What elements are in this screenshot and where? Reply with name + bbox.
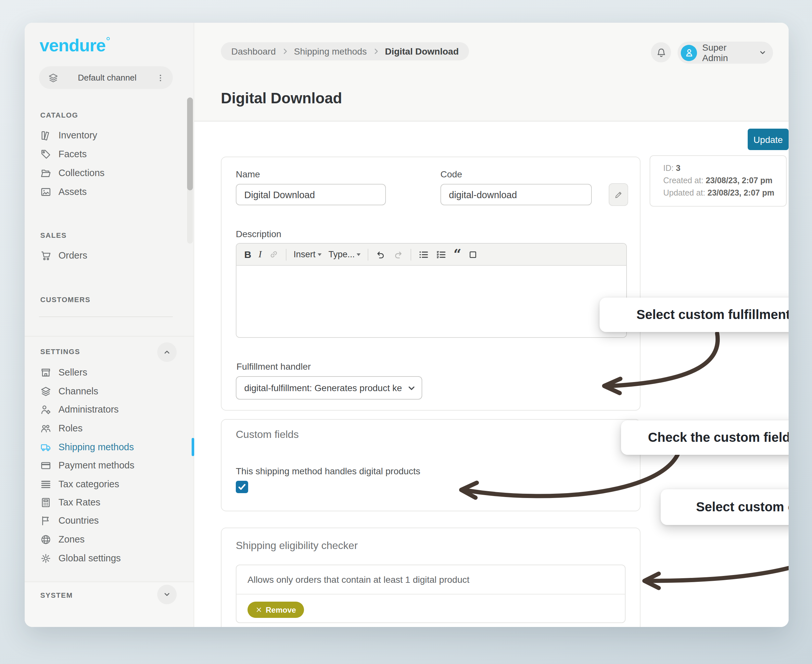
callout-fulfillment: Select custom fulfillment handler — [600, 298, 789, 332]
redo-icon — [393, 249, 404, 260]
dots-vertical-icon[interactable] — [156, 73, 165, 82]
code-label: Code — [441, 169, 462, 179]
fulfillment-handler-select[interactable]: digital-fulfillment: Generates product k… — [236, 376, 422, 400]
callout-eligibility: Select custom eligibility checker — [661, 489, 789, 525]
meta-id: ID: 3 — [663, 163, 786, 175]
user-menu[interactable]: Super Admin — [677, 42, 773, 63]
breadcrumb-shipping-methods[interactable]: Shipping methods — [294, 46, 367, 57]
insert-menu-button[interactable]: Insert — [294, 249, 322, 259]
sidebar-item-tax-categories[interactable]: Tax categories — [25, 475, 194, 493]
credit-card-icon — [40, 460, 51, 471]
digital-products-checkbox[interactable] — [236, 481, 248, 493]
custom-fields-title: Custom fields — [236, 429, 299, 441]
sidebar-item-channels[interactable]: Channels — [25, 382, 194, 400]
callout-custom-field: Check the custom field — [621, 420, 789, 455]
vendure-logo: vendure — [40, 36, 109, 56]
description-label: Description — [236, 229, 281, 239]
sidebar-item-sellers[interactable]: Sellers — [25, 363, 194, 381]
expand-system-button[interactable] — [157, 585, 177, 604]
meta-created: Created at: 23/08/23, 2:07 pm — [663, 175, 786, 187]
undo-icon — [376, 249, 386, 260]
bullet-list-button[interactable] — [418, 249, 429, 260]
name-input[interactable] — [236, 184, 386, 205]
chevron-down-icon — [407, 384, 416, 392]
divider — [368, 249, 368, 260]
fulfillment-handler-label: Fulfillment handler — [236, 361, 311, 372]
edit-code-button[interactable] — [609, 183, 628, 206]
sidebar-item-countries[interactable]: Countries — [25, 511, 194, 529]
layers-icon — [48, 72, 59, 83]
storefront-icon — [40, 367, 51, 378]
channel-switcher[interactable]: Default channel — [39, 66, 173, 89]
check-icon — [237, 482, 247, 492]
remove-checker-button[interactable]: Remove — [247, 602, 304, 618]
rich-text-editor: B I Insert Type... “ — [236, 243, 627, 338]
notifications-button[interactable] — [651, 42, 671, 62]
collapse-settings-button[interactable] — [157, 342, 177, 362]
sidebar-item-administrators[interactable]: Administrators — [25, 400, 194, 418]
sidebar-item-payment-methods[interactable]: Payment methods — [25, 456, 194, 474]
meta-updated: Updated at: 23/08/23, 2:07 pm — [663, 187, 786, 199]
redo-button[interactable] — [393, 249, 404, 260]
detail-card: Name Code Description B I Insert Type... — [221, 156, 641, 411]
sidebar-item-orders[interactable]: Orders — [25, 246, 194, 264]
code-block-button[interactable] — [469, 250, 477, 259]
update-button[interactable]: Update — [748, 129, 789, 150]
divider — [410, 249, 411, 260]
eligibility-checker-title: Shipping eligibility checker — [236, 540, 358, 552]
custom-fields-card: Custom fields This shipping method handl… — [221, 419, 641, 511]
caret-down-icon — [317, 253, 321, 256]
sidebar-item-global-settings[interactable]: Global settings — [25, 549, 194, 567]
logo-trademark-dot — [106, 37, 109, 40]
code-input[interactable] — [441, 184, 592, 205]
breadcrumb-dashboard[interactable]: Dashboard — [231, 46, 276, 57]
name-label: Name — [236, 169, 260, 179]
sidebar-item-facets[interactable]: Facets — [25, 145, 194, 163]
sidebar-item-shipping-methods[interactable]: Shipping methods — [25, 438, 194, 456]
cart-icon — [40, 250, 51, 261]
chevron-up-icon — [163, 348, 171, 356]
undo-button[interactable] — [376, 249, 386, 260]
desktop-background: vendure Default channel CATALOG Inventor… — [0, 0, 812, 664]
close-icon — [255, 606, 262, 614]
sidebar-item-roles[interactable]: Roles — [25, 419, 194, 437]
sidebar-scrollbar[interactable] — [187, 98, 193, 244]
gear-icon — [40, 553, 51, 564]
link-icon — [269, 249, 279, 259]
type-menu-button[interactable]: Type... — [329, 249, 361, 259]
channel-label: Default channel — [59, 73, 156, 83]
sidebar-item-assets[interactable]: Assets — [25, 182, 194, 201]
divider — [25, 336, 194, 337]
checker-description: Allows only orders that contain at least… — [236, 565, 625, 594]
sidebar-item-collections[interactable]: Collections — [25, 164, 194, 182]
page-title: Digital Download — [221, 90, 342, 107]
ordered-list-button[interactable] — [436, 249, 446, 260]
caret-down-icon — [356, 253, 361, 256]
bold-button[interactable]: B — [244, 249, 251, 260]
scrollbar-thumb[interactable] — [187, 98, 193, 190]
italic-button[interactable]: I — [259, 249, 262, 260]
person-icon — [684, 47, 694, 58]
eligibility-checker-card: Shipping eligibility checker Allows only… — [221, 527, 641, 627]
layers-icon — [40, 386, 51, 397]
chevron-right-icon — [281, 47, 289, 55]
avatar — [681, 44, 697, 61]
app-window: vendure Default channel CATALOG Inventor… — [25, 23, 789, 627]
users-icon — [40, 423, 51, 434]
link-button[interactable] — [269, 249, 279, 259]
active-item-indicator — [192, 438, 194, 456]
section-title-system: SYSTEM — [40, 590, 73, 601]
bullet-list-icon — [418, 249, 429, 260]
sidebar-item-inventory[interactable]: Inventory — [25, 126, 194, 144]
tag-icon — [40, 148, 51, 159]
editor-body[interactable] — [236, 266, 626, 338]
breadcrumb-current: Digital Download — [385, 46, 459, 57]
chevron-down-icon — [163, 591, 171, 598]
blockquote-button[interactable]: “ — [453, 250, 461, 259]
sidebar-item-tax-rates[interactable]: Tax Rates — [25, 493, 194, 511]
sidebar-item-zones[interactable]: Zones — [25, 530, 194, 548]
custom-field-checkbox-label: This shipping method handles digital pro… — [236, 466, 420, 476]
ordered-list-icon — [436, 249, 446, 260]
section-title-sales: SALES — [40, 230, 67, 240]
square-icon — [469, 250, 477, 259]
